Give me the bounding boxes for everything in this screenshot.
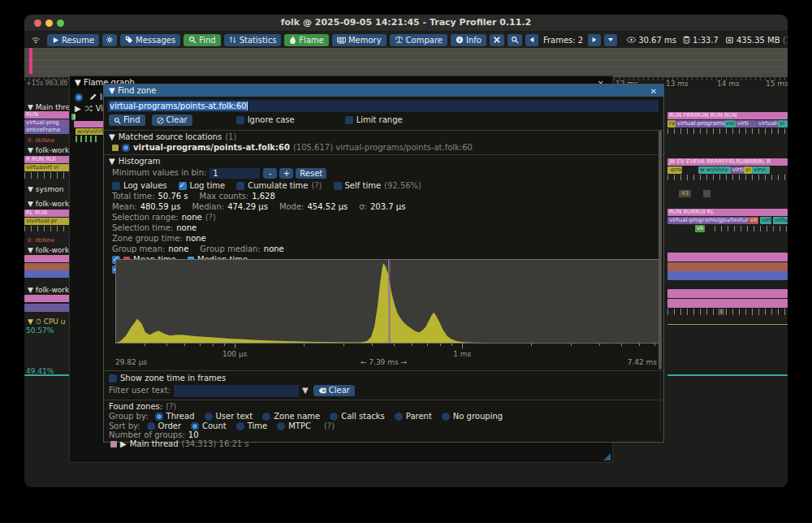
timeline-zone[interactable]: vi <box>744 166 752 174</box>
timeline-zone[interactable] <box>24 263 71 270</box>
flame-zone[interactable] <box>74 121 105 128</box>
matched-location-row[interactable]: virtual-programs/points-at.folk:60 (105,… <box>112 143 473 153</box>
timeline-event-ticks[interactable] <box>667 128 788 134</box>
toolbar-button-resume[interactable]: Resume <box>47 34 99 46</box>
timeline-zone[interactable]: virtuavirt vi <box>24 164 71 171</box>
increase-button[interactable]: + <box>279 168 293 179</box>
timeline-zone[interactable] <box>24 270 71 278</box>
toolbar-button-search[interactable] <box>508 34 522 46</box>
frame-dropdown-button[interactable] <box>604 34 617 46</box>
toolbar-button-tools[interactable] <box>490 34 504 46</box>
toolbar-button-flame[interactable]: Flame <box>284 34 329 46</box>
prev-frame-button[interactable] <box>525 34 538 46</box>
scrollbar-thumb[interactable] <box>659 130 662 370</box>
timeline-zone[interactable] <box>667 271 788 280</box>
decrease-button[interactable]: - <box>263 168 277 179</box>
thread-label[interactable]: 0: dbNew <box>28 137 54 144</box>
timeline-zone[interactable]: R RUN RUI <box>24 156 71 163</box>
timeline-zone[interactable] <box>24 304 71 312</box>
thread-label[interactable]: ▼ folk-work <box>28 286 69 294</box>
sort-by-radio-mtpc[interactable] <box>277 422 285 430</box>
log-values-checkbox[interactable] <box>112 182 120 190</box>
timeline-event-ticks[interactable] <box>24 226 71 231</box>
sort-by-radio-time[interactable] <box>236 422 244 430</box>
ignore-case-checkbox[interactable] <box>236 116 244 124</box>
timeline-zone[interactable]: vivirtual-pr <box>24 218 71 225</box>
thread-label[interactable]: ▼ ⏱ CPU u <box>28 318 66 326</box>
timeline-zone[interactable]: vi <box>778 120 788 128</box>
group-by-radio-call-stacks[interactable] <box>330 413 338 421</box>
toolbar-button-compare[interactable]: Compare <box>390 34 447 46</box>
matched-locations-header[interactable]: ▼ Matched source locations (1) <box>109 132 236 142</box>
timeline-zone[interactable] <box>667 262 788 271</box>
thread-label[interactable]: ▼ Main thre <box>28 103 70 111</box>
toolbar-button-wifi[interactable] <box>28 34 44 46</box>
thread-label[interactable]: 49.41% <box>26 367 54 375</box>
thread-label[interactable]: 0: dbNew <box>28 237 54 244</box>
flame-zone[interactable] <box>76 136 100 142</box>
thread-label[interactable]: ▼ folk-work <box>28 200 69 208</box>
timeline-zone[interactable] <box>667 253 788 262</box>
timeline-event-ticks[interactable] <box>715 226 788 231</box>
timeline-zone[interactable]: virtual-programs <box>676 120 724 128</box>
timeline-zone[interactable]: w wvViviv <box>698 166 731 174</box>
timeline-zone[interactable]: vir <box>749 217 758 224</box>
thread-label[interactable]: 15 ms <box>766 80 788 88</box>
toolbar-button-messages[interactable]: Messages <box>120 34 180 46</box>
group-by-radio-parent[interactable] <box>395 413 403 421</box>
self-time-checkbox[interactable] <box>334 182 342 190</box>
filter-user-text-input[interactable] <box>174 385 299 397</box>
resize-grip[interactable] <box>603 453 611 460</box>
timeline-zone[interactable] <box>667 299 788 308</box>
filter-clear-button[interactable]: Clear <box>313 385 355 396</box>
timeline-zone[interactable]: entireFrame <box>24 127 71 134</box>
timeline-zone[interactable]: -progr <box>667 166 682 174</box>
toolbar-button-info[interactable]: Info <box>451 34 486 46</box>
clear-button[interactable]: Clear <box>152 115 192 126</box>
sort-by-radio-order[interactable] <box>147 422 155 430</box>
timeline-zone[interactable]: vvi <box>724 120 736 128</box>
frame-time-strip[interactable] <box>24 48 788 77</box>
thread-label[interactable]: 50.57% <box>26 326 54 335</box>
reset-button[interactable]: Reset <box>296 168 326 179</box>
timeline-zone[interactable] <box>24 255 71 262</box>
find-zone-titlebar[interactable]: ▼ Find zone ✕ <box>104 84 663 97</box>
group-by-radio-zone-name[interactable] <box>262 413 270 421</box>
log-time-checkbox[interactable] <box>179 182 187 190</box>
timeline-zone[interactable]: 4 <box>718 309 724 315</box>
timeline-zone[interactable]: virtual-pr <box>757 120 778 128</box>
find-zone-query-input[interactable]: virtual-programs/points-at.folk:60 <box>107 100 659 112</box>
thread-label[interactable]: ▼ folk-work <box>28 246 69 254</box>
timeline-zone[interactable]: virtual-programs/gpu/texture <box>667 217 749 224</box>
dialog-scrollbar[interactable] <box>659 130 662 432</box>
timeline-zone[interactable]: vk <box>695 225 705 232</box>
timeline-zone[interactable]: JN EV EVEVA RRRRFFRLRUNRIRRL R <box>667 158 788 166</box>
thread-label[interactable]: ▼ sysmon <box>28 185 63 193</box>
limit-range-checkbox[interactable] <box>345 116 353 124</box>
show-zone-time-checkbox[interactable] <box>109 374 117 383</box>
thread-label[interactable]: 14 ms <box>717 80 740 88</box>
timeline-event-ticks[interactable] <box>667 309 788 315</box>
toolbar-button-gear[interactable] <box>102 34 117 46</box>
timeline-zone[interactable]: 43 <box>679 190 691 197</box>
timeline-zone[interactable]: virt <box>760 217 771 224</box>
thread-label[interactable]: ▼ folk-work <box>28 146 69 154</box>
timeline-zone[interactable] <box>667 374 788 376</box>
thread-label[interactable]: 13 ms <box>666 80 689 88</box>
timeline-zone[interactable]: RL RUN <box>24 210 71 217</box>
funnel-icon[interactable]: ▼ <box>302 386 309 395</box>
timeline-zone[interactable] <box>703 190 710 197</box>
group-by-radio-thread[interactable] <box>155 413 163 421</box>
timeline-zone[interactable] <box>667 289 788 298</box>
group-by-radio-no-grouping[interactable] <box>442 413 450 421</box>
location-radio[interactable] <box>122 144 130 152</box>
timeline-zone[interactable]: RUN <box>24 111 71 119</box>
min-values-input[interactable]: 1 <box>209 168 260 179</box>
group-by-radio-user-text[interactable] <box>205 413 213 421</box>
group-result-row[interactable]: ▶ Main thread (34,313) 16.21 s <box>110 439 249 449</box>
find-button[interactable]: Find <box>109 115 145 126</box>
histogram-header[interactable]: ▼Histogram <box>109 157 161 166</box>
histogram-plot[interactable] <box>115 259 660 344</box>
timeline-zone[interactable]: virvi <box>752 166 770 174</box>
timeline-event-ticks[interactable] <box>667 175 788 180</box>
